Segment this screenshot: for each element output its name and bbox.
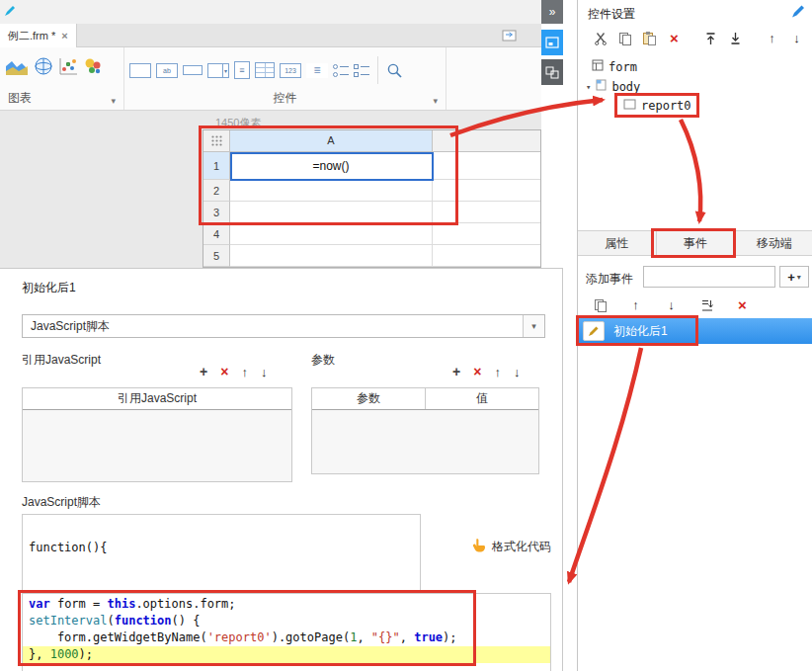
row-header[interactable]: 4 (203, 223, 230, 245)
move-to-bottom-icon[interactable] (723, 32, 748, 45)
cell[interactable] (230, 245, 433, 267)
label-widget-icon[interactable] (183, 65, 203, 75)
add-event-select[interactable] (643, 266, 775, 288)
event-item-label: 初始化后1 (613, 323, 668, 340)
query-magnifier-icon[interactable] (386, 62, 403, 79)
ref-js-table[interactable]: 引用JavaScript (22, 387, 292, 482)
move-ref-js-down-button[interactable]: ↓ (261, 365, 268, 379)
cell[interactable] (433, 245, 540, 267)
code-result-editor[interactable]: var form = this.options.form;setInterval… (22, 593, 551, 671)
collapse-panel-icon[interactable]: » (541, 0, 563, 24)
code-token: "{}" (371, 630, 400, 644)
bubble-chart-icon[interactable] (83, 56, 103, 76)
close-tab-icon[interactable]: × (61, 30, 67, 42)
cut-icon[interactable] (588, 32, 612, 45)
number-widget-icon[interactable]: 123 (280, 63, 301, 78)
node-expanded-icon[interactable]: ▾ (586, 82, 591, 92)
body-node-icon (596, 79, 607, 94)
area-chart-icon[interactable] (5, 57, 29, 76)
copy-icon[interactable] (612, 32, 637, 45)
tree-node-form[interactable]: form (592, 59, 637, 74)
globe-chart-icon[interactable] (34, 56, 53, 76)
script-type-select[interactable]: JavaScript脚本 ▾ (22, 314, 545, 338)
move-down-icon[interactable]: ↓ (784, 31, 809, 45)
row-header[interactable]: 3 (203, 202, 230, 223)
move-event-to-bottom-icon[interactable] (694, 298, 719, 312)
sheet-row: 1=now() (203, 152, 540, 180)
button-widget-icon[interactable] (129, 63, 151, 78)
delete-param-button[interactable]: × (473, 364, 481, 379)
tree-node-report0[interactable]: report0 (623, 99, 691, 113)
move-param-up-button[interactable]: ↑ (494, 365, 501, 379)
report-block[interactable]: A 1=now()23456 (203, 129, 541, 268)
textfield-widget-icon[interactable]: ab (156, 63, 178, 78)
ref-js-section-label: 引用JavaScript (22, 352, 101, 369)
edit-pencil-icon[interactable] (791, 4, 806, 22)
row-header[interactable]: 5 (203, 245, 230, 267)
widget-settings-panel: 控件设置 × ↑ ↓ (577, 0, 812, 671)
scatter-chart-icon[interactable] (58, 57, 78, 76)
format-code-label: 格式化代码 (492, 539, 551, 555)
control-group-label: 控件 (124, 90, 446, 107)
layout-panel-icon[interactable] (541, 59, 563, 85)
add-event-button[interactable]: + ▾ (779, 266, 809, 288)
cell[interactable] (433, 202, 540, 223)
cell-a1[interactable]: =now() (230, 152, 433, 180)
move-param-down-button[interactable]: ↓ (514, 365, 521, 379)
delete-widget-icon[interactable]: × (662, 30, 687, 46)
sheet-corner-cell[interactable] (203, 130, 230, 152)
tree-node-body[interactable]: ▾ body (586, 79, 640, 94)
move-event-down-icon[interactable]: ↓ (659, 297, 684, 312)
column-header-rest[interactable] (433, 130, 540, 152)
grid-widget-icon[interactable] (255, 62, 275, 78)
ribbon-divider (377, 56, 378, 84)
event-editor-dialog: 初始化后1 JavaScript脚本 ▾ 引用JavaScript + × ↑ … (0, 268, 563, 671)
delete-event-icon[interactable]: × (730, 296, 755, 313)
cell[interactable] (433, 152, 540, 180)
move-up-icon[interactable]: ↑ (760, 31, 784, 45)
tab-mobile[interactable]: 移动端 (735, 231, 812, 255)
add-param-button[interactable]: + (452, 364, 460, 379)
edit-pencil-icon[interactable] (3, 4, 17, 21)
report-node-icon (623, 99, 636, 113)
event-item-init[interactable]: 初始化后1 (578, 318, 812, 344)
edit-event-button[interactable] (583, 321, 605, 341)
combobox-widget-icon[interactable]: ▾ (207, 63, 229, 78)
column-header-a[interactable]: A (230, 130, 433, 152)
cell[interactable] (230, 202, 433, 223)
row-header[interactable]: 1 (203, 152, 230, 180)
format-code-button[interactable]: 格式化代码 (470, 538, 551, 556)
chevron-down-icon[interactable]: ▾ (523, 315, 544, 337)
delete-ref-js-button[interactable]: × (220, 364, 228, 379)
chevron-down-icon[interactable]: ▾ (433, 96, 438, 106)
radio-group-widget-icon[interactable] (333, 64, 349, 77)
form-canvas[interactable]: 1450像素 A 1=now()23456 (0, 111, 541, 268)
cell[interactable] (230, 223, 433, 245)
ref-js-table-header: 引用JavaScript (23, 388, 291, 410)
ref-js-toolbar: + × ↑ ↓ (200, 364, 267, 379)
cell[interactable] (230, 180, 433, 202)
tab-events[interactable]: 事件 (657, 231, 736, 255)
add-ref-js-button[interactable]: + (200, 364, 207, 379)
tab-properties[interactable]: 属性 (578, 231, 657, 255)
js-script-editor[interactable]: function(){ (22, 514, 421, 593)
move-to-top-icon[interactable] (698, 32, 723, 45)
paste-icon[interactable] (637, 31, 662, 45)
copy-event-icon[interactable] (588, 298, 612, 312)
listbox-widget-icon[interactable]: ≡ (234, 61, 250, 79)
cell[interactable] (433, 180, 540, 202)
list-widget-icon[interactable]: ≡ (306, 63, 328, 78)
chart-group-label: 图表 (8, 90, 32, 107)
widget-settings-panel-icon[interactable] (541, 30, 563, 55)
plus-icon: + (787, 270, 795, 285)
move-event-up-icon[interactable]: ↑ (623, 297, 648, 312)
chevron-down-icon[interactable]: ▾ (111, 96, 116, 106)
cell[interactable] (433, 223, 540, 245)
row-header[interactable]: 2 (203, 180, 230, 202)
params-table[interactable]: 参数 值 (311, 387, 539, 474)
document-tab[interactable]: 例二.frm * × (0, 24, 77, 47)
move-ref-js-up-button[interactable]: ↑ (241, 365, 248, 379)
checkbox-group-widget-icon[interactable] (354, 64, 369, 77)
tree-node-label: form (609, 60, 637, 74)
detach-editor-icon[interactable] (502, 29, 517, 44)
